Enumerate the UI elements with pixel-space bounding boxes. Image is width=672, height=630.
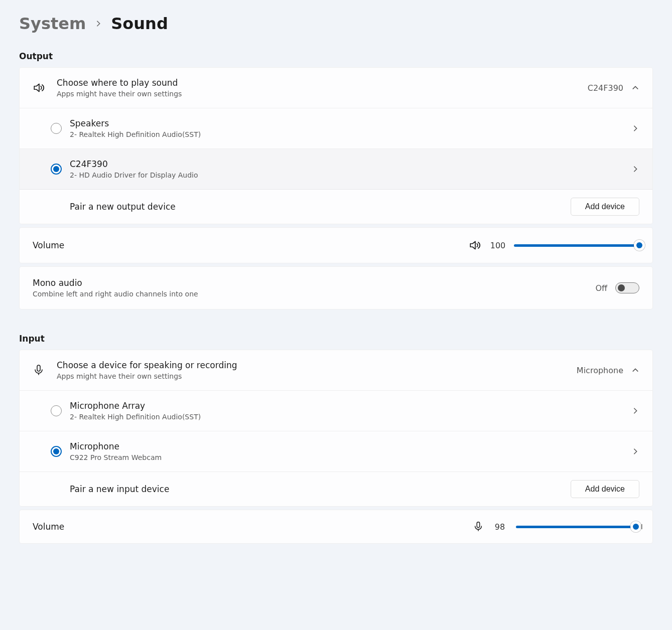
radio-checked-icon[interactable] bbox=[51, 164, 62, 175]
output-device-sub: 2- Realtek High Definition Audio(SST) bbox=[70, 130, 631, 138]
output-devices-group: Choose where to play sound Apps might ha… bbox=[19, 67, 653, 224]
input-device-row[interactable]: Microphone C922 Pro Stream Webcam bbox=[20, 431, 652, 472]
output-device-row[interactable]: Speakers 2- Realtek High Definition Audi… bbox=[20, 108, 652, 149]
mono-audio-toggle[interactable] bbox=[615, 282, 639, 293]
input-volume-card: Volume 98 bbox=[19, 510, 653, 544]
chevron-right-icon bbox=[95, 20, 102, 27]
output-device-sub: 2- HD Audio Driver for Display Audio bbox=[70, 171, 631, 179]
mono-audio-card: Mono audio Combine left and right audio … bbox=[19, 266, 653, 309]
slider-knob[interactable] bbox=[634, 240, 645, 251]
choose-input-title: Choose a device for speaking or recordin… bbox=[57, 360, 577, 370]
input-device-name: Microphone bbox=[70, 441, 631, 451]
slider-knob[interactable] bbox=[630, 521, 641, 532]
chevron-right-icon[interactable] bbox=[631, 407, 639, 415]
input-devices-group: Choose a device for speaking or recordin… bbox=[19, 350, 653, 507]
choose-output-row[interactable]: Choose where to play sound Apps might ha… bbox=[20, 68, 652, 108]
mono-audio-sub: Combine left and right audio channels in… bbox=[33, 290, 595, 298]
choose-output-title: Choose where to play sound bbox=[57, 78, 588, 88]
chevron-right-icon[interactable] bbox=[631, 165, 639, 173]
speaker-icon bbox=[33, 81, 57, 94]
choose-output-sub: Apps might have their own settings bbox=[57, 90, 588, 98]
radio-unchecked-icon[interactable] bbox=[51, 405, 62, 416]
chevron-right-icon[interactable] bbox=[631, 447, 639, 455]
input-volume-value: 98 bbox=[491, 522, 509, 532]
selected-output-label: C24F390 bbox=[588, 83, 623, 93]
add-input-device-button[interactable]: Add device bbox=[571, 480, 639, 498]
page-title: Sound bbox=[111, 14, 168, 33]
input-heading: Input bbox=[19, 334, 662, 344]
mono-audio-state: Off bbox=[595, 283, 607, 293]
output-device-name: Speakers bbox=[70, 118, 631, 128]
output-heading: Output bbox=[19, 51, 662, 61]
chevron-up-icon[interactable] bbox=[631, 366, 639, 374]
input-device-row[interactable]: Microphone Array 2- Realtek High Definit… bbox=[20, 391, 652, 431]
speaker-icon[interactable] bbox=[469, 239, 482, 252]
pair-input-row: Pair a new input device Add device bbox=[20, 472, 652, 506]
add-output-device-button[interactable]: Add device bbox=[571, 198, 639, 216]
mono-audio-title: Mono audio bbox=[33, 278, 595, 288]
pair-output-label: Pair a new output device bbox=[70, 202, 571, 212]
microphone-icon[interactable] bbox=[473, 521, 484, 532]
svg-rect-1 bbox=[477, 522, 480, 528]
output-device-row[interactable]: C24F390 2- HD Audio Driver for Display A… bbox=[20, 149, 652, 190]
radio-checked-icon[interactable] bbox=[51, 446, 62, 457]
input-device-sub: C922 Pro Stream Webcam bbox=[70, 453, 631, 461]
svg-rect-0 bbox=[37, 365, 40, 371]
output-device-name: C24F390 bbox=[70, 159, 631, 169]
output-volume-value: 100 bbox=[489, 241, 507, 250]
choose-input-row[interactable]: Choose a device for speaking or recordin… bbox=[20, 350, 652, 391]
pair-output-row: Pair a new output device Add device bbox=[20, 190, 652, 224]
chevron-right-icon[interactable] bbox=[631, 124, 639, 132]
radio-unchecked-icon[interactable] bbox=[51, 123, 62, 134]
selected-input-label: Microphone bbox=[577, 366, 623, 375]
choose-input-sub: Apps might have their own settings bbox=[57, 372, 577, 380]
output-volume-card: Volume 100 bbox=[19, 227, 653, 263]
microphone-icon bbox=[33, 364, 57, 376]
slider-tick bbox=[641, 524, 642, 529]
output-volume-label: Volume bbox=[33, 240, 64, 250]
pair-input-label: Pair a new input device bbox=[70, 484, 571, 494]
input-volume-label: Volume bbox=[33, 522, 64, 532]
output-volume-slider[interactable] bbox=[514, 244, 639, 247]
input-device-sub: 2- Realtek High Definition Audio(SST) bbox=[70, 413, 631, 421]
breadcrumb: System Sound bbox=[19, 14, 662, 33]
input-volume-slider[interactable] bbox=[516, 526, 639, 528]
input-device-name: Microphone Array bbox=[70, 401, 631, 411]
chevron-up-icon[interactable] bbox=[631, 84, 639, 92]
breadcrumb-parent[interactable]: System bbox=[19, 14, 86, 33]
